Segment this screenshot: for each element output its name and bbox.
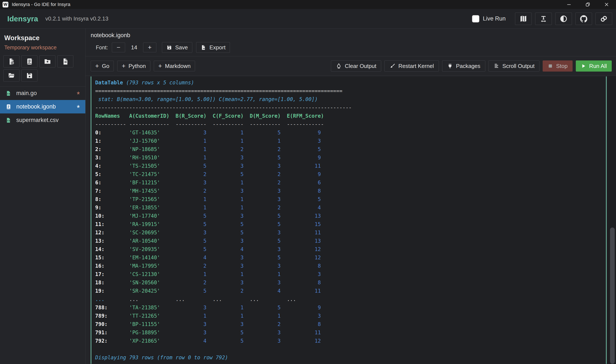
add-python-label: Python [129,63,146,69]
packages-label: Packages [456,63,480,69]
csv-file-icon [6,117,12,123]
window-controls [560,0,616,9]
app-header: Idensyra v0.2.1 with Insyra v0.2.13 Live… [0,9,616,29]
scroll-output-button[interactable]: Scroll Output [489,60,539,72]
add-go-label: Go [102,63,110,69]
font-size-button[interactable] [535,13,552,25]
scroll-output-icon [493,63,499,69]
restart-kernel-button[interactable]: Restart Kernel [384,60,439,72]
vertical-scrollbar[interactable] [607,76,616,364]
document-title: notebook.igonb [91,32,616,39]
go-file-icon [6,90,12,96]
notebook-file-icon [6,104,12,110]
stop-icon [548,63,553,69]
output-pre: DataTable (793 rows x 5 columns) =======… [95,78,606,362]
new-notebook-icon [26,58,33,65]
save-button[interactable]: Save [162,42,192,53]
file-list: main.go*notebook.igonb*supermarket.csv [0,86,85,127]
export-button[interactable]: Export [196,42,230,53]
plus-icon: + [158,62,162,70]
file-name: notebook.igonb [16,104,56,110]
live-run-checkbox[interactable] [472,15,479,22]
workspace-toolbar [3,55,78,82]
maximize-button[interactable] [578,0,597,9]
file-item-supermarket.csv[interactable]: supermarket.csv [0,113,85,127]
font-decrease-button[interactable]: − [112,42,125,52]
new-file-icon [8,58,15,65]
live-run-toggle[interactable]: Live Run [472,15,506,22]
file-item-main.go[interactable]: main.go* [0,87,85,100]
window-title: Idensyra - Go IDE for Insyra [12,2,70,7]
new-folder-icon [44,58,51,65]
run-icon [581,63,586,69]
modified-marker: * [77,104,80,110]
packages-icon [447,63,453,69]
output-cell: DataTable (793 rows x 5 columns) =======… [91,77,607,364]
add-python-cell-button[interactable]: + Python [117,61,150,71]
add-go-cell-button[interactable]: + Go [91,61,114,71]
clear-output-label: Clear Output [345,63,376,69]
link-icon [600,15,608,23]
new-folder-button[interactable] [39,55,55,67]
open-folder-icon [8,72,15,79]
contrast-icon [560,15,568,23]
github-icon [579,14,588,23]
file-name: supermarket.csv [16,117,59,123]
map-icon [519,15,527,23]
title-bar: W Idensyra - Go IDE for Insyra [0,0,616,9]
workspace-sidebar: Workspace Temporary workspace main.go*no… [0,29,85,364]
workspace-title: Workspace [4,34,85,42]
add-markdown-label: Markdown [165,63,191,69]
main-area: Workspace Temporary workspace main.go*no… [0,29,616,364]
stop-label: Stop [556,63,568,69]
app-brand: Idensyra [7,14,38,23]
new-notebook-button[interactable] [21,55,37,67]
text-width-icon [539,15,548,23]
save-workspace-button[interactable] [21,69,37,82]
plus-icon: + [95,62,99,70]
notebook-toolbar: + Go + Python + Markdown Clear Output [85,56,616,76]
import-file-button[interactable] [57,55,73,67]
docs-button[interactable] [515,13,532,25]
run-all-button[interactable]: Run All [576,60,612,72]
add-cell-group: + Go + Python + Markdown [91,61,195,71]
restore-icon [585,2,590,7]
scrollbar-thumb[interactable] [610,228,615,364]
add-markdown-cell-button[interactable]: + Markdown [154,61,195,71]
save-label: Save [175,44,188,51]
open-folder-button[interactable] [3,69,19,82]
stop-button[interactable]: Stop [543,60,573,72]
live-run-label: Live Run [483,15,506,22]
font-size-value: 14 [129,44,139,51]
close-button[interactable] [597,0,616,9]
run-controls: Clear Output Restart Kernel Packages Scr… [331,60,612,72]
minimize-icon [566,2,572,7]
font-increase-button[interactable]: + [143,42,156,52]
packages-button[interactable]: Packages [442,60,485,72]
minimize-button[interactable] [560,0,578,9]
file-item-notebook.igonb[interactable]: notebook.igonb* [0,100,85,113]
new-file-button[interactable] [3,55,19,67]
document-header: notebook.igonb Font: − 14 + Save Export [85,29,616,56]
plus-icon: + [122,62,125,70]
modified-marker: * [77,90,80,97]
editor-area: notebook.igonb Font: − 14 + Save Export [85,29,616,364]
app-version: v0.2.1 with Insyra v0.2.13 [45,15,109,22]
file-name: main.go [16,90,37,97]
github-button[interactable] [575,13,592,25]
app-logo-icon: W [2,2,8,7]
save-workspace-icon [26,72,33,79]
link-button[interactable] [595,13,612,25]
clear-output-button[interactable]: Clear Output [331,60,381,72]
import-file-icon [62,58,69,65]
notebook-scroll-area: DataTable (793 rows x 5 columns) =======… [85,76,616,364]
workspace-subtitle: Temporary workspace [4,44,85,51]
run-all-label: Run All [589,63,607,69]
restart-kernel-label: Restart Kernel [398,63,434,69]
scroll-output-label: Scroll Output [502,63,534,69]
save-icon [166,45,172,51]
theme-toggle-button[interactable] [555,13,572,25]
export-icon [201,45,206,51]
font-controls: Font: − 14 + Save Export [96,42,616,53]
export-label: Export [209,44,225,51]
